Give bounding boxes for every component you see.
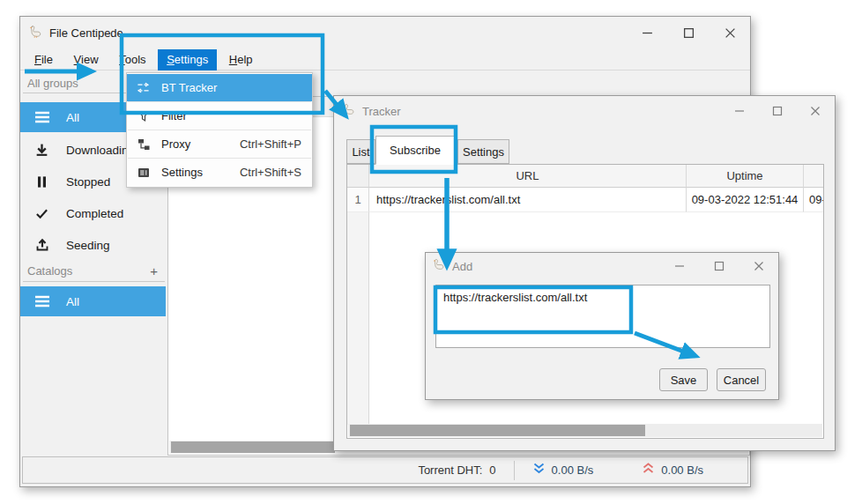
check-icon	[33, 206, 50, 221]
url-cell[interactable]: https://trackerslist.com/all.txt	[369, 188, 687, 212]
menu-item-proxy[interactable]: Proxy Ctrl+Shift+P	[127, 130, 312, 158]
catalogs-row: Catalogs +	[27, 262, 161, 279]
menu-view[interactable]: View	[65, 49, 108, 70]
uptime-cell[interactable]: 09-03-2022 12:51:44	[687, 188, 804, 212]
sidebar-item-label: All	[66, 295, 79, 308]
download-speed-group: 0.00 B/s	[532, 463, 594, 478]
add-catalog-button[interactable]: +	[146, 263, 161, 278]
pause-icon	[33, 174, 50, 189]
menu-item-shortcut: Ctrl+Shift+S	[240, 166, 301, 179]
add-window-controls	[672, 253, 778, 279]
column-header-uptime[interactable]: Uptime	[687, 165, 804, 188]
goose-app-icon	[433, 258, 445, 274]
main-window-controls	[640, 17, 750, 49]
upload-speed: 0.00 B/s	[661, 463, 703, 477]
dht-value: 0	[489, 463, 495, 477]
table-row[interactable]: 1 https://trackerslist.com/all.txt 09-03…	[347, 188, 824, 212]
menu-item-label: Proxy	[161, 137, 190, 151]
tab-subscribe[interactable]: Subscribe	[375, 136, 455, 165]
tab-settings[interactable]: Settings	[457, 139, 509, 164]
download-speed: 0.00 B/s	[552, 463, 594, 477]
cancel-button[interactable]: Cancel	[717, 368, 766, 391]
row-number-cell: 1	[347, 188, 369, 212]
upload-speed-group: 0.00 B/s	[642, 463, 703, 478]
minimize-icon[interactable]	[640, 26, 655, 41]
menu-item-bt-tracker[interactable]: BT Tracker	[127, 74, 312, 101]
funnel-icon	[137, 109, 150, 122]
menu-tools[interactable]: Tools	[110, 49, 154, 70]
menu-item-label: BT Tracker	[161, 81, 217, 94]
window-title: Add	[452, 260, 472, 273]
sidebar-item-label: Completed	[66, 207, 123, 220]
sidebar-item-completed[interactable]: Completed	[20, 198, 166, 228]
clipped-cell[interactable]: 09-0	[804, 188, 824, 212]
maximize-icon[interactable]	[681, 26, 696, 41]
column-header-clipped[interactable]	[804, 165, 824, 188]
save-button[interactable]: Save	[659, 368, 708, 391]
sidebar-catalog-item-all[interactable]: All	[20, 286, 166, 316]
double-chevron-up-icon	[642, 463, 655, 478]
close-icon[interactable]	[807, 104, 822, 119]
add-dialog: Add https://trackerslist.com/all.txt Sav…	[425, 252, 779, 400]
goose-app-icon	[343, 103, 355, 119]
sidebar-divider	[23, 281, 165, 282]
menu-item-settings[interactable]: Settings Ctrl+Shift+S	[127, 159, 312, 186]
sidebar-item-label: All	[66, 111, 79, 124]
menu-item-shortcut: Ctrl+Shift+P	[240, 137, 301, 151]
dht-label: Torrent DHT:	[418, 463, 482, 477]
goose-app-icon	[29, 25, 42, 41]
tracker-window-controls	[732, 96, 835, 126]
window-title: File Centipede	[49, 26, 123, 40]
menu-item-label: Filter	[161, 109, 187, 122]
minimize-icon[interactable]	[672, 259, 687, 274]
window-title: Tracker	[362, 105, 401, 118]
close-icon[interactable]	[751, 259, 766, 274]
horizontal-scrollbar-thumb[interactable]	[171, 441, 335, 453]
download-icon	[33, 143, 50, 158]
sidebar-item-label: Downloading	[66, 144, 135, 157]
status-bar: Torrent DHT: 0 0.00 B/s 0.00 B/s	[22, 456, 748, 484]
hamburger-icon	[33, 110, 50, 125]
double-chevron-down-icon	[532, 463, 546, 478]
maximize-icon[interactable]	[769, 104, 784, 119]
shuffle-icon	[137, 81, 150, 94]
upload-icon	[33, 238, 50, 253]
tab-label: Settings	[463, 145, 504, 159]
tab-label: List	[352, 145, 369, 159]
sidebar-item-label: Stopped	[66, 175, 110, 189]
column-header-url[interactable]: URL	[369, 165, 687, 188]
settings-dropdown-menu: BT Tracker Filter Proxy Ctrl+Shift+P Set…	[126, 72, 313, 188]
horizontal-scrollbar-thumb[interactable]	[350, 425, 645, 436]
tab-list[interactable]: List	[346, 139, 375, 164]
tab-label: Subscribe	[390, 144, 441, 157]
network-icon	[137, 137, 150, 151]
catalogs-label: Catalogs	[27, 264, 72, 278]
settings-panel-icon	[137, 166, 150, 179]
menu-item-filter[interactable]: Filter	[127, 102, 312, 130]
sidebar-item-seeding[interactable]: Seeding	[20, 230, 166, 260]
table-header-row: URL Uptime	[347, 165, 824, 188]
menu-settings[interactable]: Settings	[158, 49, 217, 70]
sidebar-item-label: Seeding	[66, 239, 110, 252]
menu-item-label: Settings	[161, 166, 203, 179]
header-corner-cell	[347, 165, 369, 188]
maximize-icon[interactable]	[711, 259, 726, 274]
horizontal-scrollbar[interactable]	[348, 424, 822, 437]
group-filter-label[interactable]: All groups	[27, 77, 78, 90]
minimize-icon[interactable]	[732, 104, 747, 119]
hamburger-icon	[33, 294, 50, 309]
menubar: File View Tools Settings Help	[20, 49, 750, 70]
url-textarea[interactable]: https://trackerslist.com/all.txt	[435, 285, 770, 348]
statusbar-separator	[514, 461, 515, 480]
menu-file[interactable]: File	[26, 49, 62, 70]
close-icon[interactable]	[723, 26, 738, 41]
menu-help[interactable]: Help	[220, 49, 262, 70]
